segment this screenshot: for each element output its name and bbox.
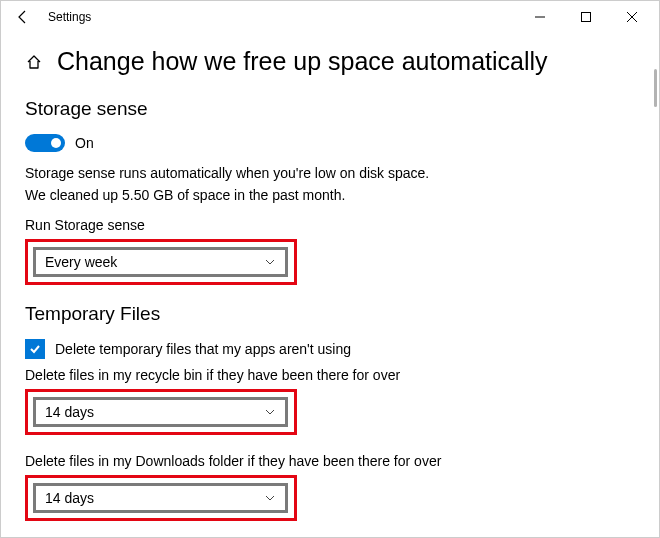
home-button[interactable] xyxy=(25,53,43,71)
chevron-down-icon xyxy=(264,406,276,418)
run-storage-sense-label: Run Storage sense xyxy=(25,217,635,233)
minimize-icon xyxy=(535,12,545,22)
minimize-button[interactable] xyxy=(517,1,563,33)
highlight-3: 14 days xyxy=(25,475,297,521)
chevron-down-icon xyxy=(264,256,276,268)
page-header: Change how we free up space automaticall… xyxy=(25,47,635,76)
dropdown-value: 14 days xyxy=(45,490,94,506)
highlight-1: Every week xyxy=(25,239,297,285)
arrow-left-icon xyxy=(15,9,31,25)
dropdown-value: Every week xyxy=(45,254,117,270)
downloads-label: Delete files in my Downloads folder if t… xyxy=(25,453,635,469)
delete-temp-files-label: Delete temporary files that my apps aren… xyxy=(55,341,351,357)
run-storage-sense-dropdown[interactable]: Every week xyxy=(33,247,288,277)
delete-temp-files-checkbox[interactable] xyxy=(25,339,45,359)
svg-rect-1 xyxy=(582,13,591,22)
temporary-files-heading: Temporary Files xyxy=(25,303,635,325)
close-icon xyxy=(627,12,637,22)
maximize-icon xyxy=(581,12,591,22)
back-button[interactable] xyxy=(5,1,40,33)
downloads-dropdown[interactable]: 14 days xyxy=(33,483,288,513)
chevron-down-icon xyxy=(264,492,276,504)
window-controls xyxy=(517,1,655,33)
titlebar: Settings xyxy=(1,1,659,33)
storage-sense-heading: Storage sense xyxy=(25,98,635,120)
storage-sense-toggle-row: On xyxy=(25,134,635,152)
toggle-knob xyxy=(51,138,61,148)
highlight-2: 14 days xyxy=(25,389,297,435)
delete-temp-files-row: Delete temporary files that my apps aren… xyxy=(25,339,635,359)
recycle-bin-label: Delete files in my recycle bin if they h… xyxy=(25,367,635,383)
toggle-state-label: On xyxy=(75,135,94,151)
close-button[interactable] xyxy=(609,1,655,33)
home-icon xyxy=(25,53,43,71)
page-title: Change how we free up space automaticall… xyxy=(57,47,548,76)
content-area: Change how we free up space automaticall… xyxy=(1,33,659,537)
checkmark-icon xyxy=(28,342,42,356)
dropdown-value: 14 days xyxy=(45,404,94,420)
recycle-bin-dropdown[interactable]: 14 days xyxy=(33,397,288,427)
storage-desc-1: Storage sense runs automatically when yo… xyxy=(25,164,635,184)
storage-sense-toggle[interactable] xyxy=(25,134,65,152)
maximize-button[interactable] xyxy=(563,1,609,33)
scrollbar-thumb[interactable] xyxy=(654,69,657,107)
window-title: Settings xyxy=(48,10,91,24)
storage-desc-2: We cleaned up 5.50 GB of space in the pa… xyxy=(25,186,635,206)
